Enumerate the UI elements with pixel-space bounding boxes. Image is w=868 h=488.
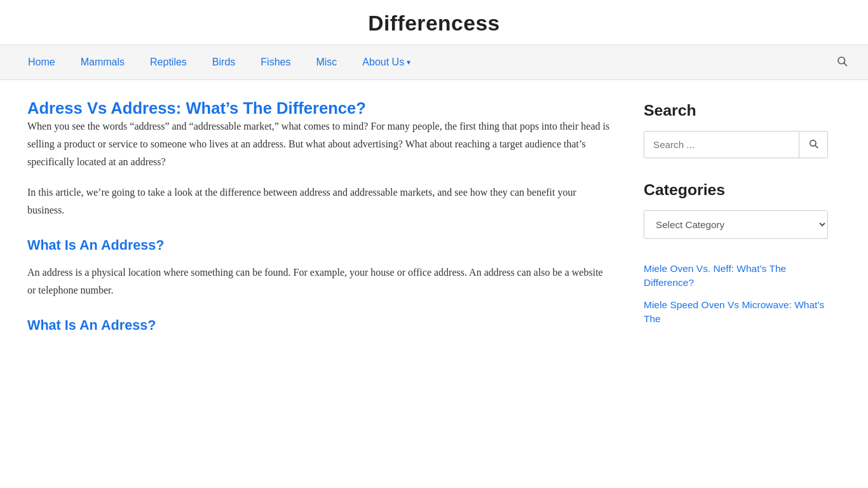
nav-search-icon[interactable] xyxy=(831,50,853,75)
nav-item-mammals[interactable]: Mammals xyxy=(68,45,137,79)
nav-link-about-us[interactable]: About Us ▾ xyxy=(349,45,423,79)
search-widget-title: Search xyxy=(644,102,828,119)
recent-link-1[interactable]: Miele Oven Vs. Neff: What’s The Differen… xyxy=(644,263,786,288)
categories-widget-title: Categories xyxy=(644,181,828,199)
article-title[interactable]: Adress Vs Address: What’s The Difference… xyxy=(27,99,366,117)
sidebar: Search Categories Select Category Mammal… xyxy=(644,99,828,344)
section-heading-1: What Is An Address? xyxy=(27,237,612,254)
search-widget: Search xyxy=(644,102,828,158)
nav-item-home[interactable]: Home xyxy=(15,45,68,79)
section-heading-2: What Is An Adress? xyxy=(27,317,612,334)
article-para-1: When you see the words “address” and “ad… xyxy=(27,118,612,171)
nav-link-misc[interactable]: Misc xyxy=(303,45,349,79)
nav-link-fishes[interactable]: Fishes xyxy=(248,45,303,79)
nav-items: Home Mammals Reptiles Birds Fishes Misc … xyxy=(15,45,831,79)
category-select[interactable]: Select Category Mammals Reptiles Birds F… xyxy=(644,210,828,239)
chevron-down-icon: ▾ xyxy=(407,58,410,67)
recent-link-item-1[interactable]: Miele Oven Vs. Neff: What’s The Differen… xyxy=(644,262,828,290)
search-button[interactable] xyxy=(799,132,827,158)
nav-item-about-us[interactable]: About Us ▾ xyxy=(349,45,423,79)
section-para-1: An address is a physical location where … xyxy=(27,264,612,299)
categories-widget: Categories Select Category Mammals Repti… xyxy=(644,181,828,239)
nav-item-reptiles[interactable]: Reptiles xyxy=(137,45,200,79)
main-content: Adress Vs Address: What’s The Difference… xyxy=(27,99,612,344)
page-wrapper: Adress Vs Address: What’s The Difference… xyxy=(15,80,853,369)
nav-item-fishes[interactable]: Fishes xyxy=(248,45,303,79)
recent-links: Miele Oven Vs. Neff: What’s The Differen… xyxy=(644,262,828,327)
site-title: Differencess xyxy=(0,11,868,36)
recent-link-item-2[interactable]: Miele Speed Oven Vs Microwave: What’s Th… xyxy=(644,298,828,327)
svg-line-1 xyxy=(844,63,846,65)
nav-link-reptiles[interactable]: Reptiles xyxy=(137,45,200,79)
section-body-1: An address is a physical location where … xyxy=(27,264,612,299)
article-body: When you see the words “address” and “ad… xyxy=(27,118,612,219)
recent-link-2[interactable]: Miele Speed Oven Vs Microwave: What’s Th… xyxy=(644,299,824,324)
article-para-2: In this article, we’re going to take a l… xyxy=(27,184,612,219)
nav-link-birds[interactable]: Birds xyxy=(200,45,248,79)
search-form xyxy=(644,131,828,158)
main-nav: Home Mammals Reptiles Birds Fishes Misc … xyxy=(0,44,868,80)
nav-link-mammals[interactable]: Mammals xyxy=(68,45,137,79)
search-input[interactable] xyxy=(644,132,799,158)
svg-line-3 xyxy=(815,146,818,148)
nav-item-misc[interactable]: Misc xyxy=(303,45,349,79)
search-icon xyxy=(808,139,818,149)
nav-link-home[interactable]: Home xyxy=(15,45,68,79)
site-header: Differencess xyxy=(0,0,868,44)
nav-item-birds[interactable]: Birds xyxy=(200,45,248,79)
